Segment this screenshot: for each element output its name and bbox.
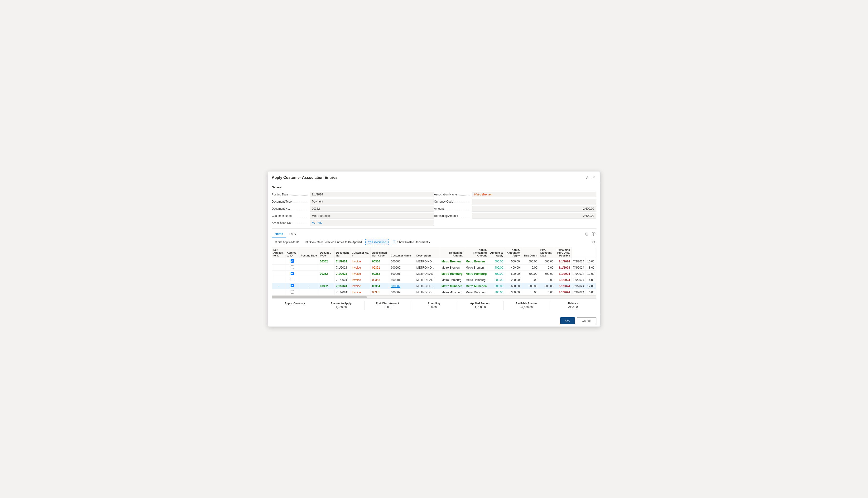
scrollbar-thumb[interactable] <box>272 296 367 299</box>
cell-amount-to-apply: 0.00 <box>521 277 539 283</box>
cell-doc-type: Invoice <box>350 258 371 264</box>
currency-code-value[interactable] <box>472 199 596 205</box>
show-selected-entries-button[interactable]: ⊟ Show Only Selected Entries to Be Appli… <box>303 239 364 245</box>
tab-actions: ⎘ ⓘ <box>584 231 596 237</box>
association-name-value[interactable]: Metro Bremen <box>472 192 596 197</box>
row-select-checkbox[interactable] <box>290 278 294 281</box>
association-filter-button[interactable]: ▽ Association <box>365 239 389 245</box>
customer-name-value[interactable]: Metro Bremen <box>310 213 434 219</box>
dialog-body: General Posting Date 9/1/2024 Document T… <box>268 183 600 315</box>
row-checkbox-cell <box>285 264 299 271</box>
amount-row: Amount -2,600.00 <box>434 205 596 212</box>
info-icon-btn[interactable]: ⓘ <box>591 231 596 237</box>
cell-due-date: 8/1/2024 <box>555 283 571 289</box>
cell-customer-name: Metro Bremen <box>440 264 464 271</box>
cell-doc-no: 00353 <box>371 277 389 283</box>
form-right-column: Association Name Metro Bremen Currency C… <box>434 191 596 226</box>
document-type-row: Document Type Payment <box>272 198 434 205</box>
cell-due-date: 8/1/2024 <box>555 264 571 271</box>
table-row: 003627/1/2024Invoice00352600001METRO EAS… <box>272 271 596 277</box>
settings-icon-btn[interactable]: ⚙ <box>591 239 596 245</box>
cell-assoc-sort-code: METRO NO... <box>415 264 440 271</box>
cell-applies-to-id: 00362 <box>319 283 335 289</box>
col-header-posting-date[interactable]: Posting Date <box>299 247 319 258</box>
amount-value[interactable]: -2,600.00 <box>472 206 596 212</box>
cell-doc-type: Invoice <box>350 271 371 277</box>
cell-assoc-sort-code: METRO NO... <box>415 258 440 264</box>
cell-customer-no: 600002 <box>389 283 415 289</box>
cell-applies-to-id <box>319 264 335 271</box>
row-select-checkbox[interactable] <box>290 265 294 269</box>
summary-amount-to-apply: Amount to Apply 1,700.00 <box>318 301 364 310</box>
col-header-amount-to-apply[interactable]: Amount toApply <box>488 247 505 258</box>
cell-appln-amount-to-apply: 0.00 <box>539 277 555 283</box>
col-header-remaining[interactable]: RemainingAmount <box>440 247 464 258</box>
dropdown-chevron-icon: ▾ <box>429 240 430 244</box>
col-header-appln-amount[interactable]: Appln.Amount toApply <box>505 247 521 258</box>
cell-doc-type: Invoice <box>350 277 371 283</box>
cell-remaining-pmt-disc: 12.00 <box>586 271 596 277</box>
association-no-value[interactable]: METRO <box>310 220 434 226</box>
document-no-row: Document No. 00362 <box>272 205 434 212</box>
cell-appln-amount-to-apply: 500.00 <box>539 258 555 264</box>
summary-appln-currency: Appln. Currency <box>272 301 318 310</box>
cell-customer-no: 600002 <box>389 289 415 296</box>
row-select-checkbox[interactable] <box>290 290 294 293</box>
ok-button[interactable]: OK <box>560 317 575 324</box>
cell-pmt-disc-date: 7/9/2024 <box>571 277 586 283</box>
cell-appln-remaining: 600.00 <box>505 271 521 277</box>
col-header-appln-remaining[interactable]: Appln.RemainingAmount <box>464 247 488 258</box>
col-header-doc-type[interactable]: Docum...Type <box>319 247 335 258</box>
header-actions: ⤢ ✕ <box>584 174 596 181</box>
cell-assoc-sort-code: METRO EAST <box>415 271 440 277</box>
row-select-checkbox[interactable] <box>290 259 294 263</box>
table-row: 003627/1/2024Invoice00350600000METRO NO.… <box>272 258 596 264</box>
row-select-checkbox[interactable] <box>290 284 294 287</box>
col-header-description[interactable]: Description <box>415 247 440 258</box>
col-header-applies-to: Applies-to ID <box>285 247 299 258</box>
col-header-pmt-disc[interactable]: Pmt.DiscountDate <box>539 247 555 258</box>
cell-appln-remaining: 500.00 <box>505 258 521 264</box>
cancel-button[interactable]: Cancel <box>577 317 596 324</box>
col-header-doc-no[interactable]: DocumentNo. <box>335 247 350 258</box>
col-header-remaining-pmt[interactable]: RemainingPmt. Disc.Possible <box>555 247 571 258</box>
show-posted-document-button[interactable]: 📄 Show Posted Document ▾ <box>390 239 433 245</box>
expand-button[interactable]: ⤢ <box>584 174 590 181</box>
col-header-cust-name[interactable]: Customer Name <box>389 247 415 258</box>
close-button[interactable]: ✕ <box>592 174 596 181</box>
summary-pmt-disc: Pmt. Disc. Amount 0.00 <box>364 301 411 310</box>
cell-remaining-amount: 200.00 <box>488 277 505 283</box>
posting-date-value[interactable]: 9/1/2024 <box>310 192 434 197</box>
cell-description: Metro Hamburg <box>464 277 488 283</box>
association-name-row: Association Name Metro Bremen <box>434 191 596 198</box>
col-header-due-date[interactable]: Due Date ↑ <box>521 247 539 258</box>
entries-table-container: SetApplies-to ID Applies-to ID Posting D… <box>272 247 596 296</box>
tab-home[interactable]: Home <box>272 231 286 237</box>
cell-customer-name: Metro Hamburg <box>440 271 464 277</box>
cell-doc-no: 00352 <box>371 271 389 277</box>
col-header-cust-no[interactable]: Customer No.↑ <box>350 247 371 258</box>
remaining-amount-value[interactable]: -2,600.00 <box>472 213 596 219</box>
set-applies-to-id-button[interactable]: ⊞ Set Applies-to ID <box>272 239 302 245</box>
row-checkbox-cell <box>285 271 299 277</box>
row-select-checkbox[interactable] <box>290 272 294 275</box>
cell-due-date: 8/1/2024 <box>555 277 571 283</box>
horizontal-scrollbar[interactable] <box>272 296 596 299</box>
row-dots-menu[interactable]: ⋮ <box>299 283 319 289</box>
table-row: 7/1/2024Invoice00355600002METRO SO...Met… <box>272 289 596 296</box>
row-arrow <box>272 289 285 296</box>
document-no-value[interactable]: 00362 <box>310 206 434 212</box>
cell-customer-no: 600000 <box>389 258 415 264</box>
cell-appln-amount-to-apply: 600.00 <box>539 283 555 289</box>
document-type-value[interactable]: Payment <box>310 199 434 205</box>
currency-code-row: Currency Code <box>434 198 596 205</box>
tab-entry[interactable]: Entry <box>286 231 299 237</box>
cell-due-date: 8/1/2024 <box>555 258 571 264</box>
show-selected-icon: ⊟ <box>305 240 308 244</box>
table-header: SetApplies-to ID Applies-to ID Posting D… <box>272 247 596 258</box>
row-arrow <box>272 271 285 277</box>
cell-applies-to-id <box>319 289 335 296</box>
row-dots-menu <box>299 271 319 277</box>
col-header-assoc-sort[interactable]: AssociationSort Code <box>371 247 389 258</box>
share-icon-btn[interactable]: ⎘ <box>584 231 589 237</box>
